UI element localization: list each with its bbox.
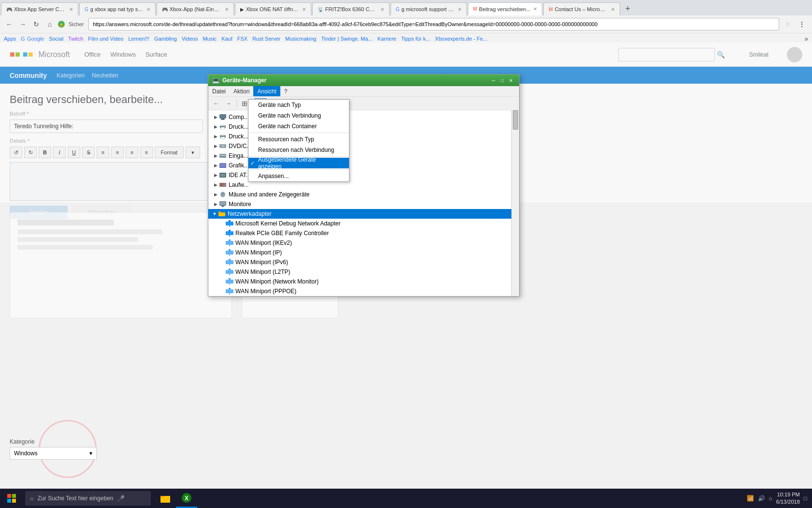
dm-menu-ansicht[interactable]: Ansicht [253,86,280,96]
bookmark-music[interactable]: Music [203,36,217,42]
toolbar-underline[interactable]: U [68,147,80,158]
ms-community-nav-neuheiten[interactable]: Neuheiten [92,72,118,79]
tray-clock[interactable]: 10:19 PM 6/13/2018 [776,491,800,506]
tree-item-wan-ipv6[interactable]: WAN Miniport (IPv6) [208,257,511,267]
dm-close-button[interactable]: ✕ [507,76,515,84]
bookmark-rust[interactable]: Rust Server [252,36,280,42]
dm-minimize-button[interactable]: ─ [489,76,498,84]
bookmark-tinder[interactable]: Tinder | Swinge. Ma... [321,36,372,42]
toolbar-align-left[interactable]: ≡ [97,147,109,158]
toolbar-list[interactable]: ≡ [140,147,153,158]
ms-search-input[interactable] [618,48,715,61]
bookmarks-more[interactable]: » [804,35,808,43]
bookmark-xboxexperts[interactable]: Xboxexperts.de - Fe... [435,36,487,42]
bookmark-star[interactable]: ☆ [782,19,793,30]
dm-scrollbar[interactable] [511,110,519,296]
toolbar-strikethrough[interactable]: S̶ [82,147,95,158]
bookmark-tipps[interactable]: Tipps für k... [401,36,430,42]
tree-item-netzwerk[interactable]: ▼ Netzwerkadapter [208,209,511,219]
menu-gerate-nach-verbindung[interactable]: Geräte nach Verbindung [248,110,349,121]
bookmark-videos[interactable]: Videos [182,36,198,42]
bookmark-music2[interactable]: Musicmaking [285,36,316,42]
ms-community-nav-kategorien[interactable]: Kategorien [57,72,85,79]
tab-3[interactable]: 🎮 Xbox-App (Nat-Einste... ✕ [157,2,234,15]
extensions-button[interactable]: ⋮ [796,18,808,30]
bookmark-fsx[interactable]: FSX [237,36,247,42]
tab-8[interactable]: M Contact Us – Microsof... ✕ [543,2,620,15]
dm-menu-help[interactable]: ? [280,86,291,96]
tab-close-8[interactable]: ✕ [611,7,615,12]
dm-menu-datei[interactable]: Datei [208,86,230,96]
bookmark-apps[interactable]: Apps [4,36,16,42]
dm-maximize-button[interactable]: □ [498,76,507,84]
bookmark-karriere[interactable]: Karriere [377,36,396,42]
network-tray-icon[interactable]: 📶 [747,495,754,502]
ms-avatar[interactable] [787,47,802,62]
volume-tray-icon[interactable]: 🔊 [758,495,765,502]
dm-menu-aktion[interactable]: Aktion [230,86,253,96]
toolbar-redo[interactable]: ↻ [24,147,37,158]
tree-item-wan-ikev2[interactable]: WAN Miniport (IKEv2) [208,238,511,248]
toolbar-undo[interactable]: ↺ [10,147,22,158]
tab-close-1[interactable]: ✕ [69,7,73,12]
back-button[interactable]: ← [4,19,14,30]
tab-close-5[interactable]: ✕ [380,7,384,12]
ms-signin[interactable]: Smileat [749,51,768,58]
dm-forward-button[interactable]: → [223,98,234,109]
notification-icon[interactable]: □ [804,495,807,502]
tree-item-mause[interactable]: ▶ Mäuse und andere Zeigegeräte [208,190,511,199]
tab-close-3[interactable]: ✕ [225,7,229,12]
tree-item-wan-pppoe[interactable]: WAN Miniport (PPPOE) [208,286,511,296]
tree-item-wan-ip[interactable]: WAN Miniport (IP) [208,248,511,257]
ms-search-icon[interactable]: 🔍 [717,51,725,59]
tab-4[interactable]: ▶ Xbox ONE NAT öffnen... ✕ [235,2,311,15]
tree-item-realtek[interactable]: Realtek PCIe GBE Family Controller [208,228,511,238]
bookmark-kauf[interactable]: Kauf [221,36,232,42]
ms-nav-windows[interactable]: Windows [110,51,136,58]
tree-item-monitore[interactable]: ▶ Monitore [208,199,511,209]
menu-ausgeblendete-gerate[interactable]: ✓ Ausgeblendete Geräte anzeigen [248,158,349,168]
tree-item-wan-l2tp[interactable]: WAN Miniport (L2TP) [208,267,511,277]
tab-close-7[interactable]: ✕ [533,6,537,12]
taskbar-search-box[interactable]: ○ Zur Suche Text hier eingeben 🎤 [25,491,151,506]
bookmark-film[interactable]: Film und Video [88,36,123,42]
tab-1[interactable]: 🎮 Xbox App Server Con... ✕ [1,2,78,15]
toolbar-format[interactable]: Format [155,147,184,158]
reload-button[interactable]: ↻ [31,19,42,30]
tab-5[interactable]: 📡 FRITZ!Box 6360 Cable... ✕ [312,2,390,15]
bookmark-google[interactable]: G Google [21,36,44,42]
dm-back-button[interactable]: ← [210,98,222,109]
bookmark-gambling[interactable]: Gambling [154,36,177,42]
tab-close-2[interactable]: ✕ [146,7,150,12]
tab-close-6[interactable]: ✕ [458,7,462,12]
tree-item-wan-netmon[interactable]: WAN Miniport (Network Monitor) [208,277,511,286]
dm-scrollbar-thumb[interactable] [513,110,518,130]
menu-ressourcen-nach-verbindung[interactable]: Ressourcen nach Verbindung [248,145,349,155]
toolbar-align-right[interactable]: ≡ [126,147,138,158]
toolbar-bold[interactable]: B [39,147,51,158]
toolbar-align-center[interactable]: ≡ [111,147,124,158]
menu-gerate-nach-container[interactable]: Geräte nach Container [248,121,349,132]
tab-7[interactable]: M Beitrag verschieben... ✕ [468,2,543,15]
menu-anpassen[interactable]: Anpassen... [248,171,349,181]
menu-ressourcen-nach-typ[interactable]: Ressourcen nach Typ [248,134,349,145]
toolbar-more[interactable]: ▾ [186,147,200,158]
betreff-input[interactable] [10,120,203,133]
tree-item-ms-kernel[interactable]: Microsoft Kernel Debug Network Adapter [208,219,511,228]
ms-nav-surface[interactable]: Surface [145,51,167,58]
tab-6[interactable]: G g microsoft support ch... ✕ [391,2,467,15]
home-button[interactable]: ⌂ [44,19,55,30]
new-tab-button[interactable]: + [621,2,635,15]
start-button[interactable] [0,489,23,508]
ms-nav-office[interactable]: Office [84,51,101,58]
bookmark-twitch[interactable]: Twitch [68,36,83,42]
tab-2[interactable]: G g xbox app nat typ strik... ✕ [79,2,156,15]
tab-close-4[interactable]: ✕ [302,7,306,12]
address-input[interactable] [88,18,779,30]
bookmark-social[interactable]: Social [49,36,63,42]
taskbar-app-xbox[interactable]: X [176,489,197,508]
kategorie-dropdown[interactable]: Windows ▾ [10,447,97,460]
forward-button[interactable]: → [17,19,28,30]
bookmark-lernen[interactable]: Lernen!!! [128,36,149,42]
toolbar-italic[interactable]: I [53,147,66,158]
